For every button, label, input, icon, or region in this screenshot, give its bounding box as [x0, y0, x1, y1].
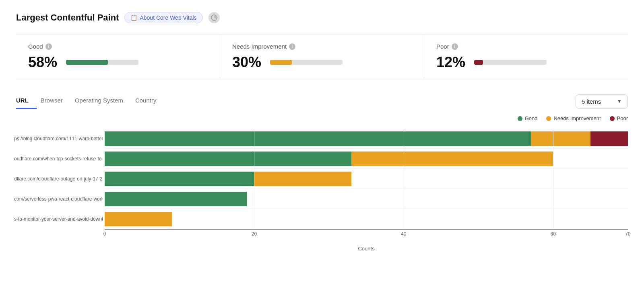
tab-browser[interactable]: Browser [41, 94, 71, 109]
bar-segments [105, 169, 628, 188]
bar-label: s-to-monitor-your-server-and-avoid-downt… [14, 216, 103, 222]
metric-good: Good i 58% [16, 35, 220, 79]
good-percent: 58% [28, 54, 60, 71]
poor-percent: 12% [436, 54, 469, 71]
legend-needs-improvement-dot [546, 116, 551, 121]
good-info-icon[interactable]: i [45, 43, 52, 50]
x-axis: 020406070 [105, 231, 628, 239]
legend-needs-improvement: Needs Improvement [546, 115, 601, 121]
legend-poor: Poor [610, 115, 628, 121]
bar-label: com/serverless-pwa-react-cloudflare-work… [14, 196, 103, 202]
metric-poor: Poor i 12% [424, 35, 628, 79]
x-tick: 20 [252, 231, 257, 237]
header-row: Largest Contentful Paint 📋 About Core We… [16, 12, 628, 23]
chart-inner: ps://blog.cloudflare.com/1111-warp-bette… [105, 129, 628, 229]
bar-segment [105, 131, 531, 146]
legend-row: Good Needs Improvement Poor [16, 115, 628, 121]
metric-needs-improvement: Needs Improvement i 30% [220, 35, 424, 79]
items-dropdown-label: 5 items [582, 98, 601, 105]
good-progress-fill [66, 60, 108, 65]
legend-good: Good [518, 115, 538, 121]
poor-progress-bar [474, 60, 547, 65]
items-dropdown[interactable]: 5 items ▼ [576, 94, 628, 109]
tabs-row: URL Browser Operating System Country 5 i… [16, 94, 628, 109]
metric-good-label: Good i [28, 43, 208, 50]
chart-container: ps://blog.cloudflare.com/1111-warp-bette… [16, 129, 628, 268]
bar-segment [105, 192, 247, 206]
tab-operating-system[interactable]: Operating System [75, 94, 131, 109]
chevron-down-icon: ▼ [617, 98, 622, 104]
bar-segment [105, 212, 172, 226]
bar-segments [105, 129, 628, 148]
table-row: dflare.com/cloudflare-outage-on-july-17-… [105, 169, 628, 189]
legend-good-label: Good [525, 115, 538, 121]
bar-segment [254, 172, 351, 186]
bar-label: dflare.com/cloudflare-outage-on-july-17-… [14, 176, 103, 182]
good-progress-bar [66, 60, 138, 65]
poor-progress-fill [474, 60, 483, 65]
about-link-label: About Core Web Vitals [140, 14, 196, 21]
x-tick: 0 [103, 231, 106, 237]
legend-good-dot [518, 116, 522, 121]
metric-needs-improvement-value-row: 30% [232, 54, 412, 71]
needs-improvement-percent: 30% [232, 54, 264, 71]
bar-segment [590, 131, 628, 146]
about-core-web-vitals-link[interactable]: 📋 About Core Web Vitals [124, 12, 202, 23]
bar-segment [105, 152, 351, 166]
table-row: oudflare.com/when-tcp-sockets-refuse-to-… [105, 149, 628, 169]
bar-segments [105, 189, 628, 209]
x-tick: 60 [551, 231, 556, 237]
table-row: com/serverless-pwa-react-cloudflare-work… [105, 189, 628, 209]
chart-bars: ps://blog.cloudflare.com/1111-warp-bette… [105, 129, 628, 229]
tab-url[interactable]: URL [16, 94, 37, 109]
legend-poor-label: Poor [617, 115, 628, 121]
needs-improvement-info-icon[interactable]: i [289, 43, 295, 50]
metric-needs-improvement-label: Needs Improvement i [232, 43, 412, 50]
x-tick: 40 [401, 231, 406, 237]
legend-poor-dot [610, 116, 615, 121]
x-axis-label: Counts [105, 246, 628, 252]
bar-segments [105, 209, 628, 229]
tab-country[interactable]: Country [135, 94, 165, 109]
tabs: URL Browser Operating System Country [16, 94, 168, 109]
needs-improvement-progress-fill [270, 60, 292, 65]
table-row: s-to-monitor-your-server-and-avoid-downt… [105, 209, 628, 229]
poor-info-icon[interactable]: i [452, 43, 458, 50]
bar-segment [351, 152, 553, 166]
pie-chart-icon[interactable] [208, 12, 220, 23]
book-icon: 📋 [130, 14, 137, 21]
bar-segment [105, 172, 254, 186]
page-title: Largest Contentful Paint [16, 12, 119, 23]
needs-improvement-progress-bar [270, 60, 343, 65]
bar-label: oudflare.com/when-tcp-sockets-refuse-to-… [14, 156, 103, 162]
table-row: ps://blog.cloudflare.com/1111-warp-bette… [105, 129, 628, 149]
metrics-row: Good i 58% Needs Improvement i 30% Poor … [16, 35, 628, 79]
metric-poor-value-row: 12% [436, 54, 616, 71]
bar-label: ps://blog.cloudflare.com/1111-warp-bette… [14, 136, 103, 141]
metric-poor-label: Poor i [436, 43, 616, 50]
metric-good-value-row: 58% [28, 54, 208, 71]
bar-segments [105, 149, 628, 168]
bar-segment [531, 131, 591, 146]
legend-needs-improvement-label: Needs Improvement [553, 115, 601, 121]
x-tick: 70 [625, 231, 630, 237]
